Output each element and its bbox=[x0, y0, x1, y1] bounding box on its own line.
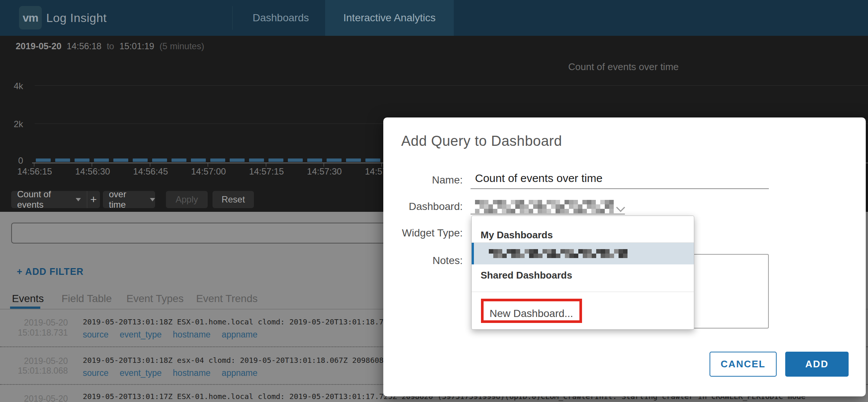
grouping-dropdown[interactable]: over time bbox=[103, 191, 155, 208]
selected-dashboard-option[interactable] bbox=[472, 243, 694, 264]
top-navbar: vm Log Insight Dashboards Interactive An… bbox=[0, 0, 868, 36]
name-input[interactable]: Count of events over time bbox=[475, 172, 603, 185]
aggregation-function-label: Count of events bbox=[17, 189, 71, 210]
event-message: 2019-05-20T13:01:18Z ESX-01.home.local c… bbox=[83, 317, 384, 326]
event-date: 2019-05-20 bbox=[15, 318, 68, 328]
notes-label: Notes: bbox=[383, 255, 463, 267]
event-date: 2019-05-20 bbox=[15, 356, 68, 366]
redacted-dashboard-value[interactable] bbox=[475, 200, 615, 213]
name-label: Name: bbox=[383, 174, 463, 186]
widget-type-label: Widget Type: bbox=[383, 227, 463, 239]
event-time: 15:01:18.731 bbox=[15, 328, 68, 338]
tab-event-trends[interactable]: Event Trends bbox=[196, 293, 258, 305]
chevron-down-icon bbox=[150, 198, 155, 201]
group-shared-dashboards: Shared Dashboards bbox=[481, 270, 572, 281]
tag-appname[interactable]: appname bbox=[222, 330, 258, 340]
dashboard-select-underline bbox=[471, 214, 625, 214]
dashboard-dropdown-menu: My Dashboards Shared Dashboards New Dash… bbox=[471, 216, 694, 330]
event-field-tags: source event_type hostname appname bbox=[83, 368, 258, 378]
tag-event-type[interactable]: event_type bbox=[120, 368, 162, 378]
tab-events[interactable]: Events bbox=[12, 293, 44, 305]
product-name: Log Insight bbox=[46, 0, 107, 36]
tab-field-table[interactable]: Field Table bbox=[62, 293, 112, 305]
aggregation-function-dropdown[interactable]: Count of events + bbox=[11, 191, 100, 208]
nav-tab-interactive-analytics[interactable]: Interactive Analytics bbox=[325, 0, 454, 36]
chevron-down-icon bbox=[616, 203, 625, 212]
event-time: 15:01:18.068 bbox=[15, 366, 68, 376]
modal-title: Add Query to Dashboard bbox=[401, 133, 562, 149]
add-filter-button[interactable]: + ADD FILTER bbox=[17, 266, 84, 277]
reset-button[interactable]: Reset bbox=[213, 191, 254, 208]
log-insight-app: vm Log Insight Dashboards Interactive An… bbox=[0, 0, 868, 402]
dropdown-divider bbox=[472, 292, 694, 292]
tag-source[interactable]: source bbox=[83, 330, 108, 340]
cancel-button[interactable]: CANCEL bbox=[710, 352, 777, 377]
add-query-to-dashboard-modal: Add Query to Dashboard Name: Count of ev… bbox=[383, 117, 866, 396]
tag-appname[interactable]: appname bbox=[222, 368, 258, 378]
tab-event-types[interactable]: Event Types bbox=[126, 293, 184, 305]
add-function-button[interactable]: + bbox=[87, 193, 100, 206]
redacted-dashboard-option bbox=[489, 249, 630, 258]
event-message: 2019-05-20T13:01:18Z esx-04 clomd: 2019-… bbox=[83, 356, 384, 365]
event-field-tags: source event_type hostname appname bbox=[83, 330, 258, 340]
tag-source[interactable]: source bbox=[83, 368, 108, 378]
vmware-logo: vm bbox=[19, 6, 42, 29]
event-date: 2019-05-20 bbox=[15, 394, 68, 402]
nav-divider bbox=[232, 6, 233, 30]
group-my-dashboards: My Dashboards bbox=[481, 229, 553, 241]
add-button[interactable]: ADD bbox=[785, 352, 849, 377]
chevron-down-icon bbox=[76, 198, 81, 201]
apply-button[interactable]: Apply bbox=[166, 191, 208, 208]
selected-accent-bar bbox=[472, 243, 474, 264]
nav-tab-dashboards[interactable]: Dashboards bbox=[246, 0, 315, 36]
dashboard-label: Dashboard: bbox=[383, 201, 463, 213]
tag-hostname[interactable]: hostname bbox=[173, 330, 211, 340]
annotation-red-box bbox=[481, 299, 582, 323]
grouping-label: over time bbox=[109, 189, 145, 210]
tag-event-type[interactable]: event_type bbox=[120, 330, 162, 340]
tag-hostname[interactable]: hostname bbox=[173, 368, 211, 378]
name-input-underline bbox=[471, 188, 769, 189]
